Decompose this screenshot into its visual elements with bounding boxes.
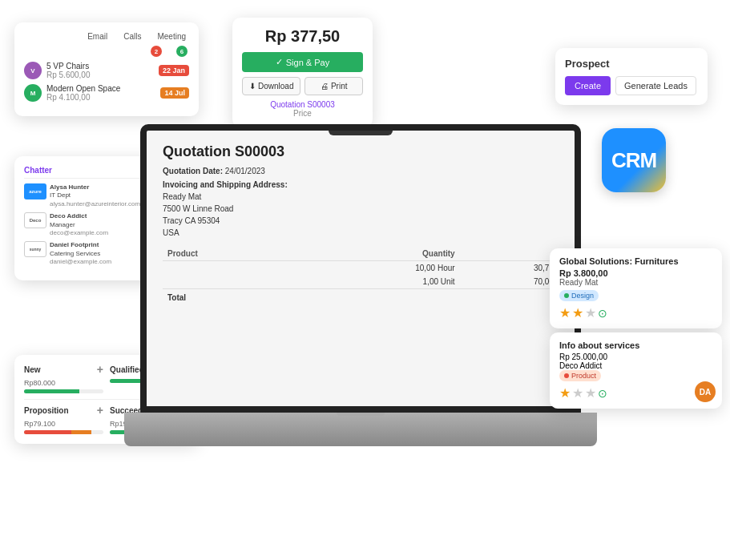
star-filled-1: ★ (559, 305, 571, 320)
info-price: Rp 25.000,00 (559, 353, 712, 361)
info-star-circle: ⊙ (598, 387, 607, 400)
activity-col-headers: Email Calls Meeting (24, 32, 189, 41)
contact-2-role: Manager (50, 221, 108, 229)
email-badge: 2 (151, 46, 162, 57)
qty-1: 10,00 Hour (296, 261, 460, 276)
print-icon: 🖨 (321, 82, 329, 91)
sign-pay-button[interactable]: ✓ Sign & Pay (242, 52, 363, 72)
avatar-1: V (24, 62, 42, 79)
table-row-1: 10,00 Hour 30,75 (163, 261, 559, 276)
quotation-link[interactable]: Quotation S00003 (242, 100, 363, 109)
info-star-filled-1: ★ (559, 385, 571, 401)
info-star-empty-1: ★ (572, 385, 583, 401)
prospect-card: Prospect Create Generate Leads (555, 48, 708, 105)
badge-date-1: 22 Jan (159, 65, 189, 76)
product-2 (163, 275, 296, 289)
download-icon: ⬇ (249, 82, 256, 91)
global-tag: Design (559, 290, 599, 301)
price-label: Price (242, 109, 363, 118)
global-customer: Ready Mat (559, 278, 712, 287)
avatar-2: M (24, 84, 42, 102)
laptop: Quotation S00003 Quotation Date: 24/01/2… (124, 124, 597, 461)
qty-2: 1,00 Unit (296, 275, 460, 289)
prospect-title: Prospect (565, 58, 698, 70)
amount-1: 30,75 (460, 261, 559, 276)
global-price: Rp 3.800,00 (559, 268, 712, 278)
star-empty-1: ★ (585, 305, 596, 320)
calls-header: Calls (123, 32, 141, 41)
item-name-1: 5 VP Chairs (46, 62, 91, 71)
print-button[interactable]: 🖨 Print (305, 77, 363, 95)
kanban-col-proposition: Proposition + Rp79.100 (24, 404, 103, 436)
crm-text: CRM (611, 148, 656, 173)
download-button[interactable]: ⬇ Download (242, 77, 300, 95)
global-solutions-card: Global Solutions: Furnitures Rp 3.800,00… (550, 248, 722, 328)
item-price-2: Rp 4.100,00 (46, 93, 120, 102)
azure-logo: azure (24, 183, 46, 199)
contact-2-name: Deco Addict (50, 212, 108, 220)
sign-pay-label: Sign & Pay (286, 58, 329, 67)
sunny-logo: sunny (24, 241, 46, 257)
product-1 (163, 261, 296, 276)
create-button[interactable]: Create (565, 76, 611, 95)
crm-badge: CRM (602, 128, 666, 192)
activity-card: Email Calls Meeting 2 6 V 5 VP Chairs Rp… (14, 22, 199, 116)
kanban-proposition-add[interactable]: + (97, 404, 103, 417)
price-card: Rp 377,50 ✓ Sign & Pay ⬇ Download 🖨 Prin… (232, 18, 373, 127)
total-value (460, 289, 559, 305)
global-title: Global Solutions: Furnitures (559, 256, 712, 266)
col-product: Product (163, 247, 296, 261)
meeting-header: Meeting (157, 32, 186, 41)
kanban-proposition-amount: Rp79.100 (24, 420, 103, 428)
quotation-title: Quotation S00003 (163, 143, 559, 160)
activity-row-1: V 5 VP Chairs Rp 5.600,00 22 Jan (24, 62, 189, 79)
contact-3-role: Catering Services (50, 250, 111, 258)
activity-row-2: M Modern Open Space Rp 4.100,00 14 Jul (24, 84, 189, 102)
calls-badge: 6 (176, 46, 188, 57)
quotation-table: Product Quantity 10,00 Hour 30,75 (163, 247, 559, 304)
info-tag: Product (559, 370, 601, 381)
col-amount (460, 247, 559, 261)
col-quantity: Quantity (296, 247, 460, 261)
laptop-notch (329, 131, 393, 135)
quotation-content: Quotation S00003 Quotation Date: 24/01/2… (147, 131, 575, 406)
quotation-date: Quotation Date: 24/01/2023 (163, 167, 559, 175)
star-circle: ⊙ (598, 307, 607, 320)
laptop-screen: Quotation S00003 Quotation Date: 24/01/2… (140, 124, 581, 413)
kanban-new-label: New (24, 365, 41, 374)
total-label: Total (163, 289, 460, 305)
quotation-address: Invoicing and Shipping Address: Ready Ma… (163, 179, 559, 239)
kanban-col-new: New + Rp80.000 (24, 363, 103, 395)
global-stars: ★ ★ ★ ⊙ (559, 305, 712, 320)
item-name-2: Modern Open Space (46, 84, 120, 93)
amount-2: 70,00 (460, 275, 559, 289)
star-filled-2: ★ (572, 305, 583, 320)
email-header: Email (87, 32, 107, 41)
kanban-proposition-label: Proposition (24, 406, 69, 415)
info-stars: ★ ★ ★ ⊙ (559, 385, 712, 401)
scene: Email Calls Meeting 2 6 V 5 VP Chairs Rp… (0, 0, 730, 560)
deco-logo: Deco (24, 212, 46, 228)
laptop-base (124, 413, 597, 446)
info-services-card: Info about services Rp 25.000,00 Deco Ad… (550, 332, 722, 409)
kanban-new-amount: Rp80.000 (24, 379, 103, 387)
checkmark-icon: ✓ (276, 57, 283, 67)
contact-2-email: deco@example.com (50, 229, 108, 237)
contact-3-name: Daniel Footprint (50, 241, 111, 249)
info-customer: Deco Addict (559, 361, 712, 370)
item-price-1: Rp 5.600,00 (46, 71, 91, 79)
total-row: Total (163, 289, 559, 305)
kanban-new-add[interactable]: + (97, 363, 103, 376)
badge-date-2: 14 Jul (160, 87, 189, 99)
user-avatar: DA (695, 381, 716, 402)
generate-leads-button[interactable]: Generate Leads (615, 76, 696, 95)
table-row-2: 1,00 Unit 70,00 (163, 275, 559, 289)
info-star-empty-2: ★ (585, 385, 596, 401)
info-title: Info about services (559, 340, 712, 350)
contact-3-email: daniel@example.com (50, 258, 111, 266)
price-amount: Rp 377,50 (242, 27, 363, 46)
